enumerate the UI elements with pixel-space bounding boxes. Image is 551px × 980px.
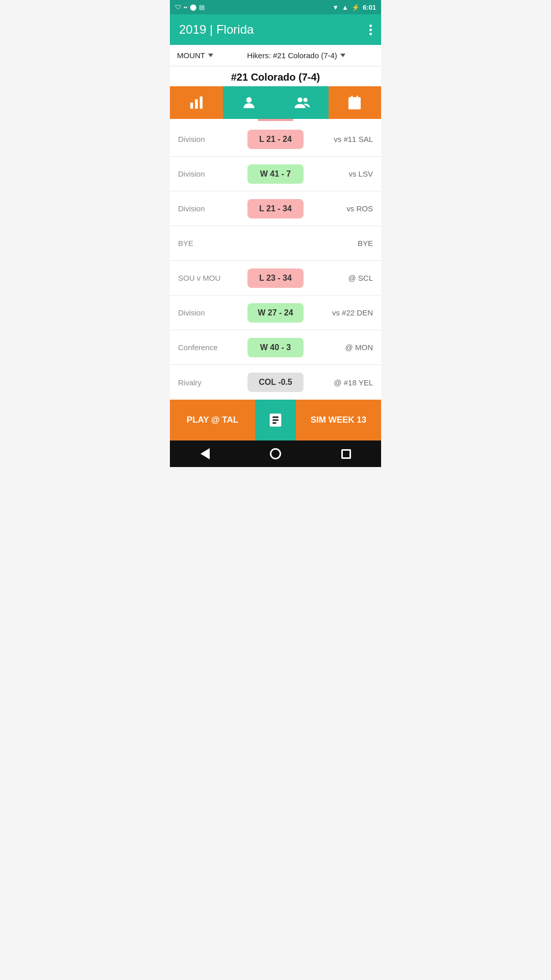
- result-badge: L 23 - 34: [247, 268, 304, 288]
- play-button[interactable]: PLAY @ TAL: [170, 400, 255, 440]
- app-title: 2019 | Florida: [179, 22, 254, 37]
- result-badge: L 21 - 34: [247, 199, 304, 218]
- svg-point-4: [297, 97, 302, 102]
- table-row: Division L 21 - 24 vs #11 SAL: [170, 122, 381, 157]
- result-badge: L 21 - 24: [247, 130, 304, 149]
- result-badge: W 40 - 3: [247, 338, 304, 357]
- svg-rect-10: [352, 103, 354, 105]
- table-row: Division L 21 - 34 vs ROS: [170, 191, 381, 226]
- circle-icon: ⬤: [190, 4, 196, 11]
- mount-dropdown[interactable]: MOUNT: [177, 51, 213, 60]
- group-button[interactable]: [276, 86, 329, 119]
- game-type: Division: [178, 135, 243, 143]
- stats-button[interactable]: [170, 86, 223, 119]
- svg-point-5: [303, 98, 307, 102]
- result-col: L 23 - 34: [243, 268, 308, 288]
- schedule-button[interactable]: [329, 86, 382, 119]
- more-options-button[interactable]: [369, 24, 372, 35]
- table-row: Conference W 40 - 3 @ MON: [170, 330, 381, 365]
- schedule-list: Division L 21 - 24 vs #11 SAL Division W…: [170, 122, 381, 400]
- person-icon: [241, 94, 257, 111]
- notes-button[interactable]: [255, 400, 296, 440]
- team-title: #21 Colorado (7-4): [231, 71, 320, 83]
- opponent: BYE: [308, 239, 373, 248]
- battery-icon: ⚡: [352, 4, 360, 11]
- table-row: SOU v MOU L 23 - 34 @ SCL: [170, 261, 381, 296]
- tab-indicator: [258, 119, 293, 121]
- opponent: vs LSV: [308, 169, 373, 178]
- hikers-chevron-icon: [340, 54, 345, 57]
- result-badge: W 27 - 24: [247, 303, 304, 323]
- bar-chart-icon: [188, 94, 205, 111]
- status-icons-left: 🛡 •• ⬤ ▤: [175, 4, 205, 11]
- signal-dots-icon: ••: [184, 5, 187, 10]
- game-type: SOU v MOU: [178, 274, 243, 282]
- svg-rect-11: [356, 103, 358, 105]
- navigation-bar: [170, 440, 381, 467]
- svg-point-3: [246, 97, 252, 103]
- sim-label: SIM WEEK 13: [311, 415, 367, 425]
- table-row: BYE BYE: [170, 226, 381, 261]
- group-icon: [294, 94, 310, 111]
- back-button[interactable]: [194, 443, 216, 465]
- hikers-label: Hikers: #21 Colorado (7-4): [247, 51, 337, 60]
- svg-rect-1: [195, 99, 197, 109]
- clock: 6:01: [363, 4, 376, 11]
- opponent: vs #11 SAL: [308, 135, 373, 143]
- game-type: Conference: [178, 343, 243, 352]
- result-col: L 21 - 24: [243, 130, 308, 149]
- notes-icon: [267, 411, 284, 429]
- result-badge: W 41 - 7: [247, 164, 304, 184]
- mount-label: MOUNT: [177, 51, 205, 60]
- result-badge: COL -0.5: [247, 373, 304, 392]
- result-col: W 41 - 7: [243, 164, 308, 184]
- recents-button[interactable]: [335, 443, 357, 465]
- opponent: @ MON: [308, 343, 373, 352]
- result-col: W 40 - 3: [243, 338, 308, 357]
- action-bar: PLAY @ TAL SIM WEEK 13: [170, 400, 381, 440]
- table-row: Division W 41 - 7 vs LSV: [170, 157, 381, 191]
- dropdowns-row: MOUNT Hikers: #21 Colorado (7-4): [170, 45, 381, 66]
- play-label: PLAY @ TAL: [187, 415, 238, 425]
- result-col: L 21 - 34: [243, 199, 308, 218]
- icon-buttons-row: [170, 86, 381, 119]
- opponent: vs ROS: [308, 204, 373, 213]
- game-type: Division: [178, 308, 243, 317]
- back-icon: [201, 448, 210, 459]
- sim-icon: ▤: [199, 4, 205, 11]
- signal-icon: ▲: [342, 4, 348, 11]
- app-header: 2019 | Florida: [170, 14, 381, 45]
- home-icon: [270, 448, 281, 459]
- svg-rect-6: [348, 97, 361, 109]
- opponent: vs #22 DEN: [308, 308, 373, 317]
- player-button[interactable]: [223, 86, 276, 119]
- result-col: W 27 - 24: [243, 303, 308, 323]
- home-button[interactable]: [264, 443, 287, 465]
- status-icons-right: ▼ ▲ ⚡ 6:01: [332, 4, 376, 11]
- game-type: BYE: [178, 239, 243, 248]
- recents-icon: [341, 449, 351, 459]
- mount-chevron-icon: [208, 54, 213, 57]
- table-row: Rivalry COL -0.5 @ #18 YEL: [170, 365, 381, 400]
- calendar-icon: [346, 94, 363, 111]
- game-type: Division: [178, 204, 243, 213]
- game-type: Rivalry: [178, 378, 243, 387]
- shield-icon: 🛡: [175, 4, 181, 11]
- status-bar: 🛡 •• ⬤ ▤ ▼ ▲ ⚡ 6:01: [170, 0, 381, 14]
- wifi-icon: ▼: [332, 4, 339, 11]
- result-col: COL -0.5: [243, 373, 308, 392]
- opponent: @ SCL: [308, 274, 373, 282]
- svg-rect-2: [199, 96, 202, 109]
- game-type: Division: [178, 169, 243, 178]
- sim-button[interactable]: SIM WEEK 13: [296, 400, 381, 440]
- opponent: @ #18 YEL: [308, 378, 373, 387]
- table-row: Division W 27 - 24 vs #22 DEN: [170, 296, 381, 330]
- hikers-dropdown[interactable]: Hikers: #21 Colorado (7-4): [218, 51, 374, 60]
- team-title-row: #21 Colorado (7-4): [170, 66, 381, 86]
- svg-rect-0: [190, 103, 193, 109]
